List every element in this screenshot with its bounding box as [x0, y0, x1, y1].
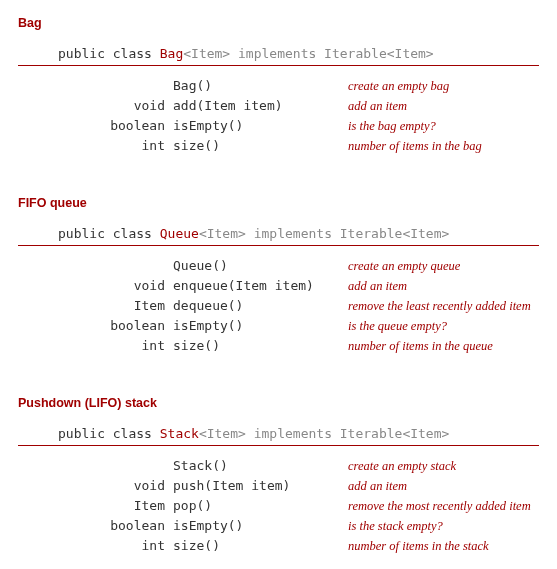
generic-type: <Item>	[199, 226, 246, 241]
return-type: boolean	[18, 518, 173, 533]
implements-clause: implements Iterable<Item>	[230, 46, 434, 61]
method-signature: size()	[173, 538, 348, 553]
class-declaration: public class Stack<Item> implements Iter…	[18, 424, 539, 446]
method-description: remove the most recently added item	[348, 499, 539, 514]
method-signature: add(Item item)	[173, 98, 348, 113]
return-type: boolean	[18, 118, 173, 133]
keyword-public-class: public class	[58, 426, 160, 441]
return-type: int	[18, 138, 173, 153]
method-row: voidpush(Item item)add an item	[18, 476, 539, 496]
method-signature: Queue()	[173, 258, 348, 273]
method-row: Stack()create an empty stack	[18, 456, 539, 476]
generic-type: <Item>	[199, 426, 246, 441]
method-row: voidadd(Item item)add an item	[18, 96, 539, 116]
class-name: Stack	[160, 426, 199, 441]
return-type: Item	[18, 298, 173, 313]
method-description: remove the least recently added item	[348, 299, 539, 314]
method-row: voidenqueue(Item item)add an item	[18, 276, 539, 296]
method-description: create an empty bag	[348, 79, 539, 94]
method-description: number of items in the stack	[348, 539, 539, 554]
method-row: booleanisEmpty()is the stack empty?	[18, 516, 539, 536]
method-description: add an item	[348, 279, 539, 294]
method-row: intsize()number of items in the bag	[18, 136, 539, 156]
method-row: Itempop()remove the most recently added …	[18, 496, 539, 516]
api-block: Pushdown (LIFO) stackpublic class Stack<…	[18, 396, 539, 556]
return-type: void	[18, 478, 173, 493]
method-description: number of items in the bag	[348, 139, 539, 154]
method-description: number of items in the queue	[348, 339, 539, 354]
method-description: add an item	[348, 99, 539, 114]
method-signature: isEmpty()	[173, 318, 348, 333]
method-signature: Bag()	[173, 78, 348, 93]
class-declaration: public class Queue<Item> implements Iter…	[18, 224, 539, 246]
method-row: Itemdequeue()remove the least recently a…	[18, 296, 539, 316]
api-title: FIFO queue	[18, 196, 539, 210]
method-row: booleanisEmpty()is the queue empty?	[18, 316, 539, 336]
generic-type: <Item>	[183, 46, 230, 61]
keyword-public-class: public class	[58, 46, 160, 61]
method-description: is the stack empty?	[348, 519, 539, 534]
class-name: Bag	[160, 46, 183, 61]
return-type: Item	[18, 498, 173, 513]
method-row: booleanisEmpty()is the bag empty?	[18, 116, 539, 136]
method-signature: isEmpty()	[173, 518, 348, 533]
implements-clause: implements Iterable<Item>	[246, 426, 450, 441]
method-signature: enqueue(Item item)	[173, 278, 348, 293]
return-type: boolean	[18, 318, 173, 333]
return-type: void	[18, 278, 173, 293]
return-type: int	[18, 338, 173, 353]
method-row: intsize()number of items in the stack	[18, 536, 539, 556]
method-description: is the bag empty?	[348, 119, 539, 134]
method-row: Bag()create an empty bag	[18, 76, 539, 96]
method-description: create an empty queue	[348, 259, 539, 274]
class-name: Queue	[160, 226, 199, 241]
method-signature: size()	[173, 138, 348, 153]
method-signature: Stack()	[173, 458, 348, 473]
api-block: Bagpublic class Bag<Item> implements Ite…	[18, 16, 539, 156]
keyword-public-class: public class	[58, 226, 160, 241]
method-description: add an item	[348, 479, 539, 494]
method-signature: dequeue()	[173, 298, 348, 313]
api-title: Pushdown (LIFO) stack	[18, 396, 539, 410]
method-signature: pop()	[173, 498, 348, 513]
class-declaration: public class Bag<Item> implements Iterab…	[18, 44, 539, 66]
method-row: intsize()number of items in the queue	[18, 336, 539, 356]
implements-clause: implements Iterable<Item>	[246, 226, 450, 241]
api-title: Bag	[18, 16, 539, 30]
method-row: Queue()create an empty queue	[18, 256, 539, 276]
method-description: create an empty stack	[348, 459, 539, 474]
method-signature: size()	[173, 338, 348, 353]
api-listing: Bagpublic class Bag<Item> implements Ite…	[18, 16, 539, 556]
api-block: FIFO queuepublic class Queue<Item> imple…	[18, 196, 539, 356]
method-signature: isEmpty()	[173, 118, 348, 133]
method-signature: push(Item item)	[173, 478, 348, 493]
return-type: int	[18, 538, 173, 553]
return-type: void	[18, 98, 173, 113]
method-description: is the queue empty?	[348, 319, 539, 334]
